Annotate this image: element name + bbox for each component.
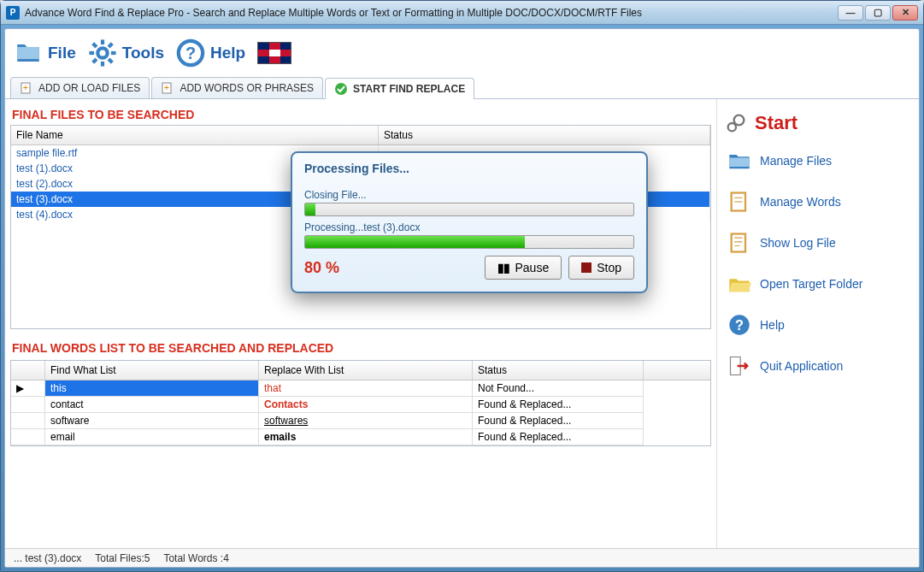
help-icon: ? bbox=[176, 38, 205, 68]
row-marker bbox=[11, 397, 45, 413]
find-cell: this bbox=[45, 380, 259, 397]
minimize-button[interactable]: — bbox=[838, 5, 863, 21]
menu-file[interactable]: File bbox=[14, 38, 76, 68]
titlebar: P Advance Word Find & Replace Pro - Sear… bbox=[1, 1, 923, 25]
words-section-title: FINAL WORDS LIST TO BE SEARCHED AND REPL… bbox=[10, 338, 711, 358]
svg-line-6 bbox=[109, 59, 112, 62]
row-marker bbox=[11, 429, 45, 445]
status-total-words: Total Words :4 bbox=[163, 552, 228, 564]
menu-tools[interactable]: Tools bbox=[88, 38, 164, 68]
row-marker: ▶ bbox=[11, 380, 45, 397]
main-toolbar: File Tools ? Help bbox=[5, 29, 919, 77]
words-icon bbox=[727, 190, 751, 214]
check-icon bbox=[334, 82, 348, 96]
word-row[interactable]: emailemailsFound & Replaced... bbox=[11, 429, 710, 445]
app-icon: P bbox=[6, 6, 20, 20]
folder-icon bbox=[727, 149, 751, 173]
find-cell: software bbox=[45, 413, 259, 429]
close-button[interactable]: ✕ bbox=[892, 5, 918, 21]
sidebar-quit[interactable]: Quit Application bbox=[724, 345, 912, 386]
replace-cell: that bbox=[259, 380, 473, 397]
sidebar: Start Manage Files Manage Words Show Log… bbox=[717, 99, 919, 548]
dialog-title: Processing Files... bbox=[292, 153, 646, 180]
folder-open-icon bbox=[727, 272, 751, 296]
tab-add-files[interactable]: + ADD OR LOAD FILES bbox=[10, 77, 150, 98]
word-row[interactable]: softwaresoftwaresFound & Replaced... bbox=[11, 413, 710, 429]
tab-bar: + ADD OR LOAD FILES + ADD WORDS OR PHRAS… bbox=[5, 77, 919, 98]
svg-line-5 bbox=[92, 44, 96, 47]
pause-button[interactable]: ▮▮ Pause bbox=[485, 256, 562, 280]
sidebar-help[interactable]: ? Help bbox=[724, 304, 912, 345]
words-col-find[interactable]: Find What List bbox=[45, 361, 259, 380]
status-current-file: ... test (3).docx bbox=[14, 552, 81, 564]
help-circle-icon: ? bbox=[727, 313, 751, 337]
words-col-replace[interactable]: Replace With List bbox=[259, 361, 473, 380]
status-cell: Found & Replaced... bbox=[473, 429, 644, 445]
word-row[interactable]: contactContactsFound & Replaced... bbox=[11, 397, 710, 413]
add-file-icon: + bbox=[20, 81, 33, 95]
svg-text:?: ? bbox=[735, 317, 744, 333]
svg-text:+: + bbox=[23, 83, 28, 92]
svg-point-15 bbox=[335, 83, 347, 95]
words-col-marker bbox=[11, 361, 45, 380]
stop-icon bbox=[581, 262, 591, 273]
maximize-button[interactable]: ▢ bbox=[865, 5, 891, 21]
svg-point-0 bbox=[97, 48, 107, 57]
sidebar-manage-files[interactable]: Manage Files bbox=[724, 140, 912, 181]
svg-line-8 bbox=[92, 59, 96, 62]
row-marker bbox=[11, 413, 45, 429]
svg-text:?: ? bbox=[185, 44, 196, 62]
menu-help[interactable]: ? Help bbox=[176, 38, 245, 68]
files-section-title: FINAL FILES TO BE SEARCHED bbox=[10, 104, 711, 125]
word-row[interactable]: ▶thisthatNot Found... bbox=[11, 380, 710, 397]
svg-rect-21 bbox=[732, 234, 745, 252]
status-cell: Not Found... bbox=[473, 380, 644, 397]
sidebar-manage-words[interactable]: Manage Words bbox=[724, 181, 912, 222]
svg-line-7 bbox=[109, 44, 112, 47]
stop-button[interactable]: Stop bbox=[568, 256, 634, 280]
sidebar-open-target[interactable]: Open Target Folder bbox=[724, 263, 912, 304]
processing-dialog: Processing Files... Closing File... Proc… bbox=[291, 151, 648, 293]
svg-text:+: + bbox=[164, 83, 169, 92]
words-grid: Find What List Replace With List Status … bbox=[10, 360, 711, 446]
find-cell: contact bbox=[45, 397, 259, 413]
replace-cell: softwares bbox=[259, 413, 473, 429]
status-bar: ... test (3).docx Total Files:5 Total Wo… bbox=[5, 548, 919, 567]
files-col-status[interactable]: Status bbox=[379, 126, 710, 144]
replace-cell: emails bbox=[259, 429, 473, 445]
dialog-sub2: Processing...test (3).docx bbox=[304, 221, 634, 233]
log-icon bbox=[727, 231, 751, 255]
replace-cell: Contacts bbox=[259, 397, 473, 413]
add-word-icon: + bbox=[161, 81, 174, 95]
tab-add-words[interactable]: + ADD WORDS OR PHRASES bbox=[151, 77, 323, 98]
pause-icon: ▮▮ bbox=[497, 261, 509, 274]
progress-bar-processing bbox=[304, 235, 634, 249]
find-cell: email bbox=[45, 429, 259, 445]
files-col-filename[interactable]: File Name bbox=[11, 126, 379, 144]
status-cell: Found & Replaced... bbox=[473, 413, 644, 429]
sidebar-show-log[interactable]: Show Log File bbox=[724, 222, 912, 263]
tab-start-find-replace[interactable]: START FIND REPLACE bbox=[325, 78, 474, 99]
sidebar-start-header: Start bbox=[724, 106, 912, 140]
window-title: Advance Word Find & Replace Pro - Search… bbox=[25, 7, 838, 19]
file-icon bbox=[14, 38, 43, 68]
progress-bar-closing bbox=[304, 203, 634, 216]
svg-point-17 bbox=[728, 123, 736, 131]
dialog-percent: 80 % bbox=[304, 259, 339, 277]
status-cell: Found & Replaced... bbox=[473, 397, 644, 413]
gear-icon bbox=[88, 38, 117, 68]
status-total-files: Total Files:5 bbox=[95, 552, 150, 564]
exit-icon bbox=[727, 354, 751, 378]
start-gear-icon bbox=[724, 111, 748, 135]
language-flag-uk[interactable] bbox=[257, 42, 291, 64]
dialog-sub1: Closing File... bbox=[304, 189, 634, 201]
words-col-status[interactable]: Status bbox=[473, 361, 644, 380]
